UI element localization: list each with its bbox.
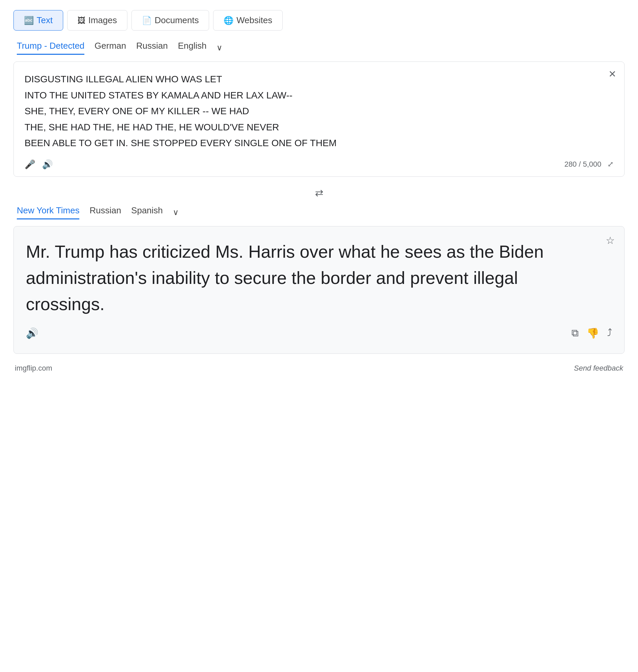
speaker-icon[interactable]: 🔊 — [42, 159, 53, 170]
source-lang-german[interactable]: German — [95, 41, 126, 55]
swap-icon[interactable]: ⇄ — [315, 187, 323, 199]
tab-websites[interactable]: 🌐 Websites — [213, 10, 282, 31]
output-text: Mr. Trump has criticized Ms. Harris over… — [26, 239, 592, 317]
tab-images[interactable]: 🖼 Images — [67, 10, 128, 31]
close-button[interactable]: ✕ — [608, 69, 616, 80]
tab-images-label: Images — [88, 15, 117, 25]
target-lang-russian[interactable]: Russian — [89, 205, 121, 219]
input-icons: 🎤 🔊 — [24, 159, 53, 170]
input-footer: 🎤 🔊 280 / 5,000 ⤢ — [24, 159, 614, 170]
share-icon[interactable]: ⤴ — [607, 327, 612, 339]
star-button[interactable]: ☆ — [606, 235, 615, 246]
source-lang-russian[interactable]: Russian — [136, 41, 168, 55]
text-icon: 🔤 — [24, 16, 34, 25]
source-lang-english[interactable]: English — [178, 41, 206, 55]
websites-icon: 🌐 — [223, 16, 234, 25]
swap-container: ⇄ — [14, 187, 624, 199]
source-lang-tabs: Trump - Detected German Russian English … — [14, 41, 624, 55]
footer-source: imgflip.com — [15, 364, 52, 373]
output-panel: Mr. Trump has criticized Ms. Harris over… — [14, 226, 624, 354]
target-lang-new-york-times[interactable]: New York Times — [17, 205, 79, 219]
thumbs-down-icon[interactable]: 👎 — [587, 327, 599, 339]
top-tab-bar: 🔤 Text 🖼 Images 📄 Documents 🌐 Websites — [14, 10, 624, 31]
input-panel: DISGUSTING ILLEGAL ALIEN WHO WAS LET INT… — [14, 62, 624, 177]
copy-icon[interactable]: ⧉ — [571, 327, 578, 339]
target-lang-spanish[interactable]: Spanish — [131, 205, 163, 219]
expand-icon[interactable]: ⤢ — [607, 160, 614, 169]
tab-text[interactable]: 🔤 Text — [14, 10, 63, 31]
footer-feedback[interactable]: Send feedback — [574, 364, 623, 373]
char-count: 280 / 5,000 — [565, 160, 601, 169]
tab-documents-label: Documents — [155, 15, 199, 25]
images-icon: 🖼 — [78, 16, 86, 25]
documents-icon: 📄 — [142, 16, 152, 25]
output-icons-right: ⧉ 👎 ⤴ — [571, 327, 612, 339]
input-text[interactable]: DISGUSTING ILLEGAL ALIEN WHO WAS LET INT… — [24, 71, 597, 151]
tab-text-label: Text — [37, 15, 53, 25]
source-lang-dropdown[interactable]: ∨ — [217, 43, 222, 52]
tab-documents[interactable]: 📄 Documents — [131, 10, 209, 31]
target-lang-dropdown[interactable]: ∨ — [173, 208, 179, 217]
page-footer: imgflip.com Send feedback — [14, 364, 624, 373]
output-icons-left: 🔊 — [26, 327, 38, 339]
source-lang-trump-detected[interactable]: Trump - Detected — [17, 41, 84, 55]
output-footer: 🔊 ⧉ 👎 ⤴ — [26, 327, 612, 339]
microphone-icon[interactable]: 🎤 — [24, 159, 35, 170]
target-lang-tabs: New York Times Russian Spanish ∨ — [14, 205, 624, 219]
tab-websites-label: Websites — [236, 15, 272, 25]
output-speaker-icon[interactable]: 🔊 — [26, 327, 38, 339]
